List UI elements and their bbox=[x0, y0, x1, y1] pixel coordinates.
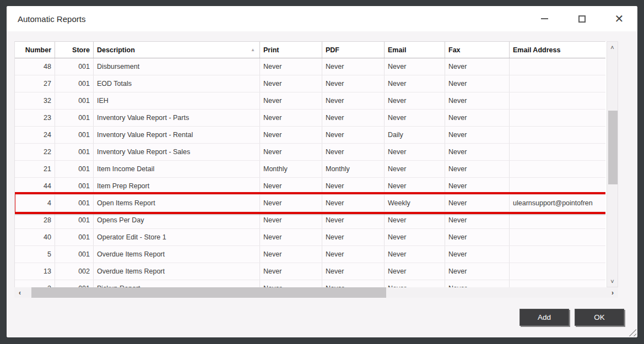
cell-fax: Never bbox=[445, 144, 510, 160]
cell-fax: Never bbox=[445, 229, 510, 245]
cell-pdf: Never bbox=[322, 229, 385, 245]
table-row[interactable]: 24001Inventory Value Report - RentalNeve… bbox=[15, 127, 605, 144]
cell-email: Weekly bbox=[385, 195, 445, 211]
vertical-scrollbar[interactable]: ˄ ˅ bbox=[607, 41, 618, 287]
scroll-right-icon[interactable]: › bbox=[607, 287, 618, 298]
cell-store: 001 bbox=[55, 144, 94, 160]
cell-print: Never bbox=[260, 263, 322, 280]
add-button[interactable]: Add bbox=[519, 309, 569, 326]
minimize-icon bbox=[541, 18, 548, 19]
scroll-left-icon[interactable]: ‹ bbox=[14, 287, 25, 298]
automatic-reports-dialog: Automatic Reports ✕ NumberStoreDescripti… bbox=[7, 6, 637, 337]
cell-pdf: Never bbox=[322, 144, 385, 160]
column-header-fax[interactable]: Fax bbox=[445, 42, 510, 58]
cell-description: Operator Edit - Store 1 bbox=[94, 229, 260, 245]
cell-number: 27 bbox=[15, 75, 55, 92]
cell-number: 28 bbox=[15, 212, 55, 228]
table-row[interactable]: 48001DisbursementNeverNeverNeverNever bbox=[15, 58, 605, 75]
column-header-email[interactable]: Email bbox=[385, 42, 445, 58]
cell-description: Disbursement bbox=[94, 58, 260, 75]
cell-email_address bbox=[510, 263, 605, 280]
cell-email: Never bbox=[385, 75, 445, 92]
horizontal-scroll-track[interactable] bbox=[25, 287, 607, 298]
cell-description: Overdue Items Report bbox=[94, 263, 260, 280]
cell-number: 22 bbox=[15, 144, 55, 160]
cell-email_address bbox=[510, 246, 605, 263]
table-row[interactable]: 2001Pickup ReportNeverNeverNeverNever bbox=[15, 280, 605, 287]
maximize-button[interactable] bbox=[573, 10, 590, 27]
cell-store: 001 bbox=[55, 280, 94, 287]
table-row[interactable]: 23001Inventory Value Report - PartsNever… bbox=[15, 110, 605, 127]
column-label: Print bbox=[263, 46, 279, 54]
table-rows: 48001DisbursementNeverNeverNeverNever270… bbox=[15, 58, 605, 287]
table-row[interactable]: 27001EOD TotalsNeverNeverNeverNever bbox=[15, 75, 605, 92]
table-row[interactable]: 4001Open Items ReportNeverNeverWeeklyNev… bbox=[15, 195, 605, 212]
cell-pdf: Never bbox=[322, 280, 385, 287]
cell-store: 001 bbox=[55, 161, 94, 177]
table-row[interactable]: 32001IEHNeverNeverNeverNever bbox=[15, 92, 605, 110]
cell-store: 001 bbox=[55, 127, 94, 143]
vertical-scroll-thumb[interactable] bbox=[608, 111, 618, 184]
table-row[interactable]: 5001Overdue Items ReportNeverNeverNeverN… bbox=[15, 246, 605, 263]
vertical-scroll-track[interactable] bbox=[607, 53, 618, 276]
sort-ascending-icon: ▲ bbox=[251, 47, 255, 52]
table-row[interactable]: 40001Operator Edit - Store 1NeverNeverNe… bbox=[15, 229, 605, 246]
close-button[interactable]: ✕ bbox=[611, 10, 627, 27]
window-controls: ✕ bbox=[536, 6, 627, 31]
cell-print: Monthly bbox=[260, 161, 322, 177]
scroll-down-icon[interactable]: ˅ bbox=[607, 276, 618, 287]
cell-description: Inventory Value Report - Rental bbox=[94, 127, 260, 143]
cell-fax: Never bbox=[445, 263, 510, 280]
cell-print: Never bbox=[260, 280, 322, 287]
cell-number: 23 bbox=[15, 110, 55, 126]
cell-print: Never bbox=[260, 229, 322, 245]
cell-number: 21 bbox=[15, 161, 55, 177]
table-row[interactable]: 13002Overdue Items ReportNeverNeverNever… bbox=[15, 263, 605, 280]
cell-fax: Never bbox=[445, 75, 510, 92]
cell-description: Inventory Value Report - Parts bbox=[94, 110, 260, 126]
scroll-up-icon[interactable]: ˄ bbox=[607, 42, 618, 53]
cell-description: Opens Per Day bbox=[94, 212, 260, 228]
column-header-email_address[interactable]: Email Address bbox=[510, 42, 605, 58]
column-header-description[interactable]: Description▲ bbox=[94, 42, 260, 58]
horizontal-scroll-thumb[interactable] bbox=[31, 287, 386, 298]
reports-grid: NumberStoreDescription▲PrintPDFEmailFaxE… bbox=[14, 41, 605, 287]
cell-print: Never bbox=[260, 75, 322, 92]
cell-description: Open Items Report bbox=[94, 195, 260, 211]
table-row[interactable]: 22001Inventory Value Report - SalesNever… bbox=[15, 144, 605, 161]
cell-print: Never bbox=[260, 178, 322, 194]
horizontal-scrollbar[interactable]: ‹ › bbox=[14, 287, 618, 298]
cell-print: Never bbox=[260, 92, 322, 109]
column-header-store[interactable]: Store bbox=[55, 42, 94, 58]
cell-store: 001 bbox=[55, 75, 94, 92]
title-bar[interactable]: Automatic Reports ✕ bbox=[7, 6, 637, 31]
minimize-button[interactable] bbox=[536, 10, 553, 27]
column-header-print[interactable]: Print bbox=[260, 42, 322, 58]
table-row[interactable]: 28001Opens Per DayNeverNeverNeverNever bbox=[15, 212, 605, 229]
table-row[interactable]: 21001Item Income DetailMonthlyMonthlyNev… bbox=[15, 161, 605, 178]
cell-number: 44 bbox=[15, 178, 55, 194]
table-row[interactable]: 44001Item Prep ReportNeverNeverNeverNeve… bbox=[15, 178, 605, 195]
cell-pdf: Monthly bbox=[322, 161, 385, 177]
column-label: Fax bbox=[448, 46, 461, 54]
column-header-pdf[interactable]: PDF bbox=[322, 42, 385, 58]
column-label: Email Address bbox=[513, 46, 560, 54]
cell-email_address bbox=[510, 280, 605, 287]
cell-fax: Never bbox=[445, 212, 510, 228]
cell-email: Never bbox=[385, 212, 445, 228]
cell-email: Never bbox=[385, 263, 445, 280]
cell-print: Never bbox=[260, 246, 322, 263]
cell-print: Never bbox=[260, 110, 322, 126]
column-header-number[interactable]: Number bbox=[15, 42, 55, 58]
cell-store: 002 bbox=[55, 263, 94, 280]
cell-description: Pickup Report bbox=[94, 280, 260, 287]
ok-button[interactable]: OK bbox=[575, 309, 624, 326]
cell-number: 48 bbox=[15, 58, 55, 75]
cell-pdf: Never bbox=[322, 212, 385, 228]
cell-print: Never bbox=[260, 144, 322, 160]
cell-store: 001 bbox=[55, 229, 94, 245]
cell-email_address bbox=[510, 178, 605, 194]
cell-fax: Never bbox=[445, 127, 510, 143]
cell-email_address bbox=[510, 127, 605, 143]
column-label: Description bbox=[97, 46, 135, 54]
